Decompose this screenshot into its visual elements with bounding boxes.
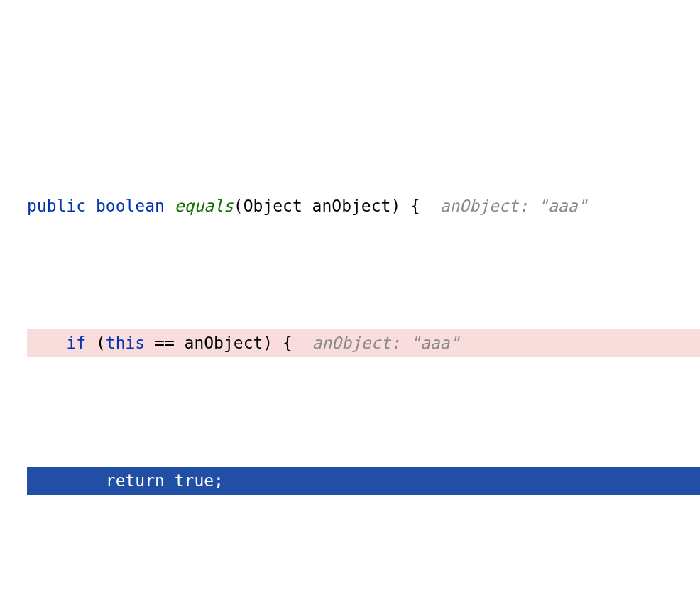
execution-point-line[interactable]: return true; — [27, 467, 700, 495]
keyword-public: public — [27, 197, 86, 215]
code-line-highlighted[interactable]: if (this == anObject) { anObject: "aaa" — [27, 329, 700, 357]
code-editor[interactable]: public boolean equals(Object anObject) {… — [0, 0, 700, 602]
method-name: equals — [175, 197, 234, 215]
signature-rest: (Object anObject) { — [234, 197, 440, 215]
code-line[interactable]: public boolean equals(Object anObject) {… — [27, 192, 700, 220]
keyword-if: if — [66, 334, 86, 352]
keyword-this: this — [106, 334, 145, 352]
inline-hint: anObject: "aaa" — [312, 334, 460, 352]
keyword-boolean: boolean — [96, 197, 165, 215]
inline-hint: anObject: "aaa" — [440, 197, 588, 215]
keyword-return: return — [106, 471, 165, 490]
